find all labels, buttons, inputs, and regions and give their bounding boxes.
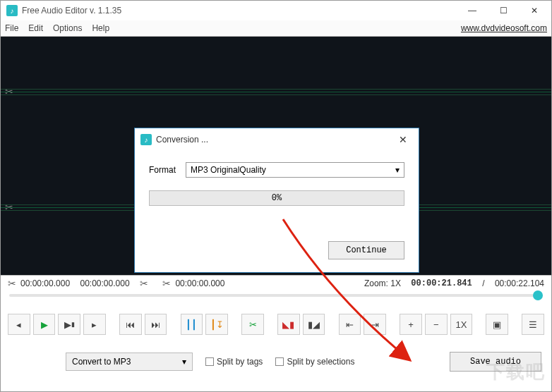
selection-end: 00:00:00.000 [80, 278, 129, 288]
maximize-button[interactable]: ☐ [488, 1, 519, 20]
website-link[interactable]: www.dvdvideosoft.com [461, 23, 547, 33]
play-to-end-button[interactable]: ▶▮ [58, 314, 80, 335]
chevron-down-icon: ▾ [182, 357, 186, 367]
cursor-time: 00:00:00.000 [175, 278, 224, 288]
scissors-icon: ✂ [162, 278, 171, 289]
continue-button[interactable]: Continue [328, 241, 404, 259]
selection-start: 00:00:00.000 [20, 278, 70, 288]
current-time: 00:00:21.841 [411, 278, 472, 288]
skip-back-button[interactable]: ⏮ [119, 314, 142, 335]
dialog-title: Conversion ... [156, 135, 208, 145]
zoom-in-button[interactable]: + [400, 314, 422, 335]
mark-end-button[interactable]: ┃↧ [205, 314, 228, 335]
split-by-selections-checkbox[interactable]: Split by selections [275, 357, 354, 367]
play-button[interactable]: ▶ [33, 314, 56, 335]
split-by-tags-checkbox[interactable]: Split by tags [205, 357, 263, 367]
zoom-label: Zoom: 1X [364, 278, 401, 288]
menu-options[interactable]: Options [53, 23, 82, 33]
menu-file[interactable]: File [5, 23, 18, 33]
slider-thumb[interactable] [533, 290, 543, 300]
zoom-reset-button[interactable]: 1X [450, 314, 473, 335]
minimize-button[interactable]: — [457, 1, 488, 20]
close-button[interactable]: ✕ [519, 1, 550, 20]
scissors-icon: ✂ [140, 278, 148, 289]
bottom-bar: Convert to MP3 ▾ Split by tags Split by … [1, 342, 551, 381]
save-audio-button[interactable]: Save audio [450, 352, 541, 372]
titlebar: ♪ Free Audio Editor v. 1.1.35 — ☐ ✕ [1, 1, 551, 20]
zoom-out-button[interactable]: − [425, 314, 448, 335]
prev-frame-button[interactable]: ◂ [8, 314, 30, 335]
skip-forward-button[interactable]: ⏭ [145, 314, 167, 335]
format-select[interactable]: MP3 OriginalQuality ▾ [186, 162, 404, 178]
time-sep: / [482, 278, 484, 288]
time-bar: ✂ 00:00:00.000 00:00:00.000 ✂ ✂ 00:00:00… [1, 276, 551, 291]
dialog-titlebar[interactable]: ♪ Conversion ... ✕ [135, 128, 419, 151]
scissors-icon: ✂ [8, 278, 16, 289]
toolbar: ◂ ▶ ▶▮ ▸ ⏮ ⏭ ┃┃ ┃↧ ✂ ◣▮ ▮◢ ⇤ ⇥ + − 1X ▣ … [1, 307, 551, 342]
trim-left-button[interactable]: ◣▮ [277, 314, 300, 335]
menubar: File Edit Options Help www.dvdvideosoft.… [1, 20, 551, 36]
window-controls: — ☐ ✕ [457, 1, 550, 20]
next-frame-button[interactable]: ▸ [83, 314, 106, 335]
trim-right-button[interactable]: ▮◢ [303, 314, 325, 335]
progress-bar: 0% [149, 190, 404, 206]
image-icon[interactable]: ▣ [486, 314, 508, 335]
dialog-close-button[interactable]: ✕ [393, 130, 413, 149]
format-combo-label: Convert to MP3 [72, 357, 131, 367]
window-title: Free Audio Editor v. 1.1.35 [22, 6, 121, 16]
format-label: Format [149, 165, 176, 175]
position-slider[interactable] [1, 291, 551, 307]
total-time: 00:00:22.104 [495, 278, 544, 288]
go-end-button[interactable]: ⇥ [364, 314, 386, 335]
format-combo[interactable]: Convert to MP3 ▾ [66, 353, 193, 371]
settings-button[interactable]: ☰ [522, 314, 544, 335]
app-icon: ♪ [140, 134, 152, 145]
conversion-dialog: ♪ Conversion ... ✕ Format MP3 OriginalQu… [134, 128, 419, 273]
go-start-button[interactable]: ⇤ [339, 314, 361, 335]
format-select-value: MP3 OriginalQuality [191, 165, 266, 175]
app-icon: ♪ [6, 5, 18, 16]
mark-start-button[interactable]: ┃┃ [181, 314, 203, 335]
menu-help[interactable]: Help [92, 23, 109, 33]
chevron-down-icon: ▾ [395, 165, 400, 175]
menu-edit[interactable]: Edit [28, 23, 43, 33]
cut-button[interactable]: ✂ [241, 314, 264, 335]
